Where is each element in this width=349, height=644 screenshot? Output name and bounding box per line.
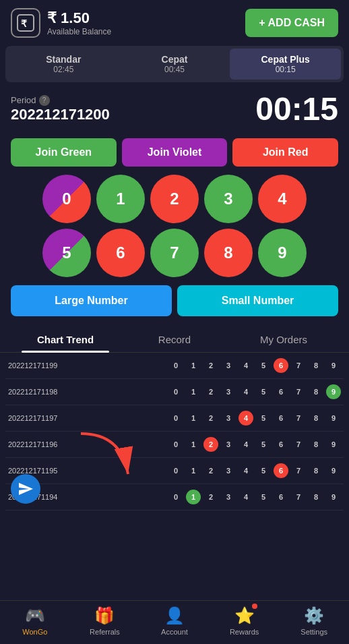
nav-referrals-label: Referrals: [90, 628, 120, 636]
chart-row: 2022121711950123456789: [5, 458, 344, 484]
chart-number-cell: 0: [168, 411, 183, 426]
settings-icon: ⚙️: [304, 606, 324, 625]
small-number-button[interactable]: Small Number: [177, 285, 338, 316]
chart-period-label: 202212171196: [8, 440, 75, 448]
chart-number-cell: 3: [221, 384, 236, 399]
nav-referrals[interactable]: 🎁 Referrals: [70, 606, 140, 636]
chart-number-cell: 8: [309, 358, 323, 373]
chart-number-cell: 0: [168, 384, 183, 399]
number-row-1: 0 1 2 3 4: [11, 175, 338, 223]
chart-row: 2022121711990123456789: [5, 353, 344, 379]
chart-number-cell: 5: [256, 411, 271, 426]
chart-number-cell: 1: [186, 358, 201, 373]
chart-tabs: Chart Trend Record My Orders: [0, 327, 349, 353]
rewards-badge: [252, 604, 257, 609]
chart-number-cell: 9: [326, 490, 341, 504]
chart-number-cell: 9: [326, 463, 341, 478]
size-buttons: Large Number Small Number: [0, 285, 349, 327]
chart-number-row: 0123456789: [75, 411, 341, 426]
nav-rewards-label: Rewards: [230, 628, 259, 636]
chart-number-cell: 6: [274, 358, 288, 373]
tab-standar[interactable]: Standar 02:45: [8, 49, 119, 80]
chart-number-cell: 1: [186, 411, 201, 426]
game-tabs: Standar 02:45 Cepat 00:45 Cepat Plus 00:…: [5, 46, 344, 82]
tab-record[interactable]: Record: [120, 327, 229, 352]
nav-rewards[interactable]: ⭐ Rewards: [210, 606, 280, 636]
nav-settings[interactable]: ⚙️ Settings: [279, 606, 349, 636]
chart-number-cell: 4: [239, 463, 253, 478]
number-0[interactable]: 0: [42, 175, 91, 223]
nav-account-label: Account: [161, 628, 188, 636]
chart-number-cell: 2: [203, 490, 218, 504]
countdown-timer: 00:15: [255, 90, 338, 127]
chart-number-cell: 9: [326, 384, 341, 399]
number-4[interactable]: 4: [258, 175, 307, 223]
tab-cepat[interactable]: Cepat 00:45: [119, 49, 230, 80]
number-3[interactable]: 3: [204, 175, 253, 223]
chart-row: 2022121711970123456789: [5, 405, 344, 432]
number-7[interactable]: 7: [150, 229, 199, 277]
chart-number-cell: 7: [291, 463, 306, 478]
chart-number-row: 0123456789: [75, 437, 341, 452]
chart-number-cell: 4: [239, 384, 253, 399]
number-2[interactable]: 2: [150, 175, 199, 223]
chart-number-cell: 7: [291, 358, 306, 373]
period-number: 202212171200: [11, 106, 110, 123]
tab-cepat-plus[interactable]: Cepat Plus 00:15: [230, 49, 341, 80]
chart-number-cell: 6: [274, 384, 288, 399]
account-icon: 👤: [164, 606, 185, 625]
chart-number-cell: 0: [168, 358, 183, 373]
nav-settings-label: Settings: [300, 628, 327, 636]
number-8[interactable]: 8: [204, 229, 253, 277]
chart-number-cell: 3: [221, 358, 236, 373]
add-cash-button[interactable]: + ADD CASH: [245, 9, 338, 37]
svg-text:₹: ₹: [21, 18, 27, 29]
chart-number-cell: 2: [203, 384, 218, 399]
chart-number-cell: 0: [168, 490, 183, 504]
number-5[interactable]: 5: [42, 229, 91, 277]
referrals-icon: 🎁: [94, 606, 115, 625]
chart-number-cell: 0: [168, 437, 183, 452]
chart-number-cell: 5: [256, 384, 271, 399]
join-green-button[interactable]: Join Green: [11, 138, 117, 167]
chart-number-cell: 5: [256, 490, 271, 504]
telegram-button[interactable]: [11, 474, 40, 504]
chart-period-label: 202212171197: [8, 414, 75, 422]
chart-number-cell: 3: [221, 490, 236, 504]
chart-number-cell: 6: [274, 490, 288, 504]
chart-number-cell: 6: [274, 411, 288, 426]
number-1[interactable]: 1: [96, 175, 145, 223]
nav-account[interactable]: 👤 Account: [139, 606, 210, 636]
chart-number-cell: 3: [221, 463, 236, 478]
chart-number-cell: 9: [326, 358, 341, 373]
chart-number-cell: 4: [239, 490, 253, 504]
nav-wongo-label: WonGo: [22, 628, 47, 636]
large-number-button[interactable]: Large Number: [11, 285, 172, 316]
wongo-icon: 🎮: [25, 606, 45, 625]
number-6[interactable]: 6: [96, 229, 145, 277]
nav-wongo[interactable]: 🎮 WonGo: [0, 606, 70, 636]
chart-number-cell: 9: [326, 437, 341, 452]
chart-number-cell: 5: [256, 463, 271, 478]
chart-number-cell: 4: [239, 437, 253, 452]
number-grid: 0 1 2 3 4 5 6 7 8 9: [0, 175, 349, 285]
chart-area: 2022121711990123456789202212171198012345…: [0, 353, 349, 510]
join-violet-button[interactable]: Join Violet: [122, 138, 228, 167]
tab-my-orders[interactable]: My Orders: [229, 327, 338, 352]
chart-number-cell: 5: [256, 358, 271, 373]
chart-row: 2022121711940123456789: [5, 484, 344, 510]
chart-number-row: 0123456789: [75, 358, 341, 373]
number-9[interactable]: 9: [258, 229, 307, 277]
join-red-button[interactable]: Join Red: [232, 138, 338, 167]
chart-number-cell: 8: [309, 411, 323, 426]
bottom-nav: 🎮 WonGo 🎁 Referrals 👤 Account ⭐ Rewards …: [0, 600, 349, 644]
chart-number-cell: 0: [168, 463, 183, 478]
tab-chart-trend[interactable]: Chart Trend: [11, 327, 120, 352]
chart-row: 2022121711980123456789: [5, 379, 344, 405]
chart-number-cell: 5: [256, 437, 271, 452]
chart-period-label: 202212171199: [8, 361, 75, 370]
chart-number-cell: 1: [186, 437, 201, 452]
chart-number-cell: 2: [203, 463, 218, 478]
chart-number-cell: 6: [274, 437, 288, 452]
chart-number-cell: 8: [309, 384, 323, 399]
